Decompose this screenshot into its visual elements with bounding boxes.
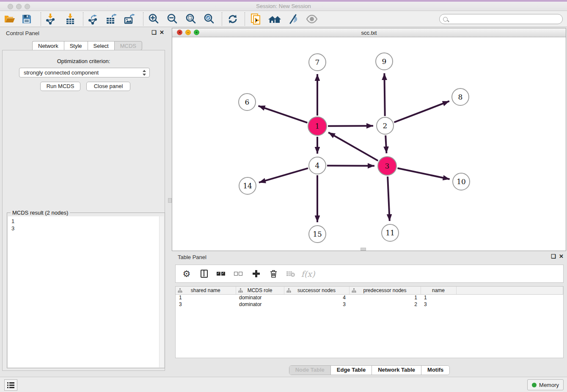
memory-button[interactable]: Memory bbox=[527, 379, 564, 390]
table-cell[interactable]: 1 bbox=[176, 294, 236, 301]
graph-node-7[interactable]: 7 bbox=[308, 53, 326, 71]
refresh-icon[interactable] bbox=[226, 13, 239, 25]
show-eye-icon bbox=[306, 13, 318, 25]
graph-edge-2-9[interactable] bbox=[384, 73, 385, 116]
column-mcds-role[interactable]: MCDS role bbox=[236, 287, 284, 294]
zoom-out-icon[interactable] bbox=[166, 13, 179, 25]
table-cell[interactable]: 1 bbox=[349, 294, 421, 301]
column-type-icon bbox=[178, 288, 182, 294]
graph-node-2[interactable]: 2 bbox=[376, 117, 394, 135]
table-cell[interactable]: 3 bbox=[421, 301, 456, 308]
search-input[interactable] bbox=[439, 14, 563, 24]
close-panel-button[interactable]: Close panel bbox=[86, 82, 130, 91]
select-all-columns-icon[interactable] bbox=[216, 269, 226, 279]
optimization-criterion-select[interactable]: strongly connected component bbox=[19, 68, 150, 77]
table-row[interactable]: 3dominator323 bbox=[176, 301, 563, 308]
table-settings-icon[interactable]: ⚙ bbox=[182, 269, 192, 279]
column-predecessor-nodes[interactable]: predecessor nodes bbox=[349, 287, 421, 294]
column-shared-name[interactable]: shared name bbox=[176, 287, 236, 294]
tab-network[interactable]: Network bbox=[32, 41, 64, 50]
close-panel-icon[interactable]: ✕ bbox=[160, 30, 164, 36]
tab-motifs[interactable]: Motifs bbox=[421, 366, 449, 375]
table-cell[interactable]: 1 bbox=[421, 294, 456, 301]
table-cell[interactable]: 3 bbox=[176, 301, 236, 308]
hide-label-icon[interactable] bbox=[287, 13, 300, 25]
mcds-result-text[interactable]: 1 3 bbox=[8, 216, 160, 367]
status-bar: Memory bbox=[0, 377, 567, 392]
network-window-titlebar[interactable]: ✕ − + scc.txt bbox=[172, 28, 566, 37]
zoom-in-icon[interactable] bbox=[147, 13, 160, 25]
graph-node-11[interactable]: 11 bbox=[381, 224, 399, 242]
table-cell[interactable]: 3 bbox=[284, 301, 349, 308]
zoom-selected-icon[interactable] bbox=[203, 13, 215, 25]
table-cell[interactable]: 2 bbox=[349, 301, 421, 308]
graph-node-4[interactable]: 4 bbox=[308, 157, 326, 174]
show-columns-icon[interactable] bbox=[199, 269, 209, 279]
tab-mcds[interactable]: MCDS bbox=[114, 41, 142, 50]
graph-edge-4-14[interactable] bbox=[259, 168, 308, 182]
clone-network-icon[interactable] bbox=[250, 13, 262, 25]
column-type-icon bbox=[238, 288, 243, 294]
graph-node-10[interactable]: 10 bbox=[452, 173, 470, 190]
graph-node-3[interactable]: 3 bbox=[377, 156, 397, 176]
import-network-icon[interactable] bbox=[44, 13, 57, 25]
delete-table-icon bbox=[286, 269, 296, 279]
export-image-icon[interactable] bbox=[123, 13, 136, 25]
export-network-icon[interactable] bbox=[86, 13, 99, 25]
graph-node-9[interactable]: 9 bbox=[375, 52, 393, 70]
graph-node-1[interactable]: 1 bbox=[308, 116, 327, 136]
close-table-panel-icon[interactable]: ✕ bbox=[559, 254, 564, 259]
tab-style[interactable]: Style bbox=[64, 41, 88, 50]
network-window-title: scc.txt bbox=[172, 30, 566, 36]
graph-node-6[interactable]: 6 bbox=[238, 93, 256, 111]
column-type-icon bbox=[286, 288, 291, 294]
table-cell[interactable]: dominator bbox=[236, 294, 284, 301]
graph-edge-3-10[interactable] bbox=[397, 168, 449, 179]
add-column-icon[interactable] bbox=[251, 269, 261, 279]
column-name[interactable]: name bbox=[421, 287, 456, 294]
toolbar-separator bbox=[83, 12, 83, 26]
home-icon[interactable] bbox=[268, 13, 281, 25]
vertical-splitter-grip[interactable] bbox=[168, 198, 172, 203]
table-tabs: Node Table Edge Table Network Table Moti… bbox=[172, 365, 567, 375]
list-icon bbox=[7, 382, 14, 388]
run-mcds-button[interactable]: Run MCDS bbox=[40, 82, 80, 91]
tab-select[interactable]: Select bbox=[88, 41, 114, 50]
unselect-all-columns-icon[interactable] bbox=[234, 269, 244, 279]
window-title: Session: New Session bbox=[0, 3, 567, 9]
graph-edge-1-2[interactable] bbox=[328, 126, 373, 126]
delete-column-icon[interactable] bbox=[268, 269, 278, 279]
table-cell[interactable]: dominator bbox=[236, 301, 284, 308]
open-folder-icon[interactable] bbox=[3, 13, 16, 25]
export-table-icon[interactable] bbox=[105, 13, 118, 25]
graph-edge-2-3[interactable] bbox=[385, 135, 386, 153]
graph-node-8[interactable]: 8 bbox=[451, 88, 469, 106]
tab-node-table[interactable]: Node Table bbox=[289, 366, 331, 375]
float-table-panel-icon[interactable]: ❑ bbox=[551, 254, 556, 259]
graph-node-14[interactable]: 14 bbox=[239, 177, 256, 195]
table-header-row[interactable]: shared name MCDS role successor nodes pr… bbox=[176, 287, 563, 294]
import-table-icon[interactable] bbox=[64, 13, 77, 25]
zoom-fit-icon[interactable] bbox=[184, 13, 197, 25]
table-row[interactable]: 1dominator411 bbox=[176, 294, 563, 301]
graph-edge-2-8[interactable] bbox=[394, 101, 449, 122]
horizontal-splitter-grip[interactable] bbox=[361, 248, 366, 251]
app-titlebar: Session: New Session bbox=[0, 0, 567, 11]
tab-network-table[interactable]: Network Table bbox=[372, 366, 421, 375]
tab-edge-table[interactable]: Edge Table bbox=[331, 366, 372, 375]
table-cell[interactable]: 4 bbox=[284, 294, 349, 301]
mcds-result-group: MCDS result (2 nodes) 1 3 bbox=[7, 213, 165, 368]
graph-node-15[interactable]: 15 bbox=[308, 225, 326, 243]
graph-edge-3-1[interactable] bbox=[328, 133, 378, 161]
task-history-button[interactable] bbox=[4, 379, 17, 391]
graph-edge-4-3[interactable] bbox=[327, 166, 374, 166]
result-scrollbar[interactable] bbox=[159, 216, 164, 367]
graph-edge-3-11[interactable] bbox=[388, 177, 390, 221]
column-successor-nodes[interactable]: successor nodes bbox=[284, 287, 349, 294]
float-panel-icon[interactable]: ❑ bbox=[151, 30, 157, 36]
node-table[interactable]: shared name MCDS role successor nodes pr… bbox=[175, 286, 564, 358]
network-canvas[interactable]: 7968124314101511 bbox=[172, 37, 566, 251]
table-panel: Table Panel ❑ ✕ ⚙ f(x) shared name MCDS … bbox=[172, 252, 567, 376]
graph-edge-1-6[interactable] bbox=[258, 106, 307, 123]
save-icon[interactable] bbox=[20, 13, 33, 25]
